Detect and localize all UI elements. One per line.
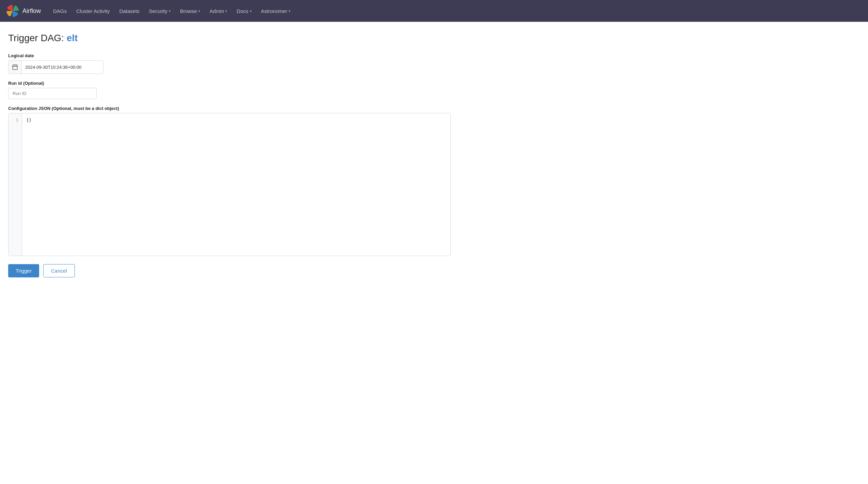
security-chevron-icon: ▾ (169, 9, 171, 13)
config-json-input[interactable]: {} (22, 113, 450, 256)
form-actions: Trigger Cancel (8, 264, 860, 277)
nav-item-datasets[interactable]: Datasets (115, 5, 143, 17)
brand-name: Airflow (22, 7, 41, 15)
config-json-group: Configuration JSON (Optional, must be a … (8, 106, 860, 256)
nav-item-admin[interactable]: Admin ▾ (206, 5, 231, 17)
calendar-button[interactable] (9, 61, 22, 74)
run-id-input[interactable] (8, 88, 97, 99)
line-numbers: 1 (9, 113, 22, 256)
calendar-icon (12, 64, 18, 70)
nav-item-security[interactable]: Security ▾ (145, 5, 175, 17)
logical-date-input[interactable] (22, 62, 103, 72)
logical-date-label: Logical date (8, 53, 860, 58)
trigger-button[interactable]: Trigger (8, 264, 39, 277)
docs-chevron-icon: ▾ (250, 9, 252, 13)
nav-menu: DAGs Cluster Activity Datasets Security … (49, 5, 294, 17)
run-id-group: Run id (Optional) (8, 81, 860, 99)
code-editor: 1 {} (8, 113, 451, 256)
astronomer-chevron-icon: ▾ (289, 9, 290, 13)
nav-item-cluster-activity[interactable]: Cluster Activity (72, 5, 114, 17)
page-title: Trigger DAG: elt (8, 33, 860, 44)
dag-name: elt (67, 33, 78, 43)
nav-item-dags[interactable]: DAGs (49, 5, 71, 17)
config-json-label: Configuration JSON (Optional, must be a … (8, 106, 860, 111)
navbar: Airflow DAGs Cluster Activity Datasets S… (0, 0, 868, 22)
admin-chevron-icon: ▾ (225, 9, 227, 13)
airflow-logo-icon (5, 4, 20, 18)
nav-item-astronomer[interactable]: Astronomer ▾ (257, 5, 295, 17)
cancel-button[interactable]: Cancel (43, 264, 75, 277)
logical-date-group: Logical date (8, 53, 860, 74)
nav-item-docs[interactable]: Docs ▾ (232, 5, 255, 17)
nav-item-browse[interactable]: Browse ▾ (176, 5, 204, 17)
run-id-label: Run id (Optional) (8, 81, 860, 86)
browse-chevron-icon: ▾ (198, 9, 200, 13)
svg-rect-0 (13, 65, 17, 70)
date-input-wrapper (8, 60, 103, 74)
main-content: Trigger DAG: elt Logical date Run id (Op… (0, 22, 868, 484)
brand-link[interactable]: Airflow (5, 4, 41, 18)
line-number-1: 1 (9, 117, 22, 124)
